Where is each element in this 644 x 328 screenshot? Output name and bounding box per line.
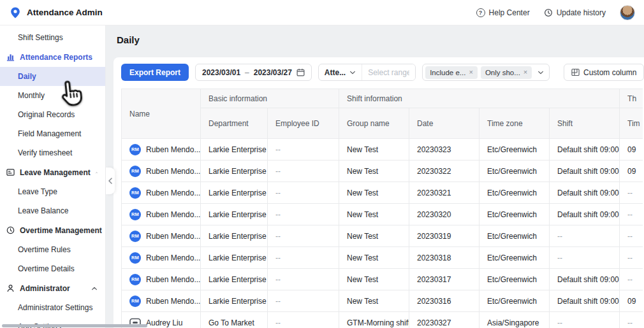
- table-row[interactable]: RMRuben Mendo... Larkie Enterprise -- Ne…: [122, 182, 643, 204]
- filter-chip-include[interactable]: Include e... ×: [425, 66, 478, 79]
- sidebar-item-leave-type[interactable]: Leave Type: [0, 182, 105, 201]
- cell-employee-id: --: [268, 139, 339, 160]
- cell-shift: Default shift 09:00...: [550, 290, 620, 312]
- employee-name: Ruben Mendo...: [146, 167, 200, 176]
- cell-employee-id: --: [268, 182, 339, 204]
- calendar-icon: [296, 68, 305, 76]
- custom-column-label: Custom column: [583, 68, 636, 77]
- sidebar-section-overtime-management[interactable]: Overtime Management: [0, 220, 105, 240]
- cell-date: 20230316: [409, 290, 479, 312]
- attendance-filter-select[interactable]: Atte...: [319, 64, 362, 80]
- cell-shift: Default shift 09:00...: [550, 139, 620, 160]
- sidebar-item-overtime-rules[interactable]: Overtime Rules: [0, 240, 105, 259]
- cell-department: Larkie Enterprise: [201, 269, 268, 290]
- help-center-button[interactable]: ? Help Center: [476, 8, 530, 17]
- app-title: Attendance Admin: [27, 8, 103, 17]
- close-icon[interactable]: ×: [469, 69, 472, 76]
- cell-employee-id: --: [268, 160, 339, 182]
- avatar: RM: [129, 166, 141, 177]
- table-row[interactable]: RMRuben Mendo... Larkie Enterprise -- Ne…: [122, 225, 643, 247]
- cell-department: Go To Market: [201, 312, 268, 328]
- sidebar-section-label: Administrator: [20, 284, 70, 293]
- sidebar-item-leave-balance[interactable]: Leave Balance: [0, 201, 105, 220]
- cell-group-name: New Test: [339, 160, 409, 182]
- sidebar-item-daily[interactable]: Daily: [0, 67, 105, 86]
- end-date: 2023/03/27: [254, 68, 292, 77]
- cell-time: 09: [620, 139, 643, 160]
- sidebar-item-administrator-settings[interactable]: Administrator Settings: [0, 298, 105, 317]
- date-range-picker[interactable]: 2023/03/01 – 2023/03/27: [195, 64, 312, 81]
- cell-time-zone: Etc/Greenwich: [479, 225, 550, 247]
- avatar: RM: [129, 274, 141, 285]
- sidebar-item-verify-timesheet[interactable]: Verify timesheet: [0, 143, 105, 162]
- employee-name: Audrey Liu: [146, 318, 182, 327]
- leave-card-icon: [6, 168, 15, 176]
- table-row[interactable]: RMRuben Mendo... Larkie Enterprise -- Ne…: [122, 269, 643, 290]
- sidebar-item-overtime-details[interactable]: Overtime Details: [0, 259, 105, 278]
- chip-label: Only sho...: [485, 69, 520, 76]
- table-row[interactable]: RMRuben Mendo... Larkie Enterprise -- Ne…: [122, 204, 643, 225]
- cell-shift: Default shift 09:00...: [550, 160, 620, 182]
- column-header-date: Date: [409, 108, 479, 139]
- sidebar-item-shift-settings[interactable]: Shift Settings: [0, 28, 105, 47]
- cell-time: --: [620, 225, 643, 247]
- cell-time-zone: Asia/Singapore: [479, 312, 550, 328]
- employee-name: Ruben Mendo...: [146, 275, 200, 284]
- cell-time-zone: Etc/Greenwich: [479, 160, 550, 182]
- user-avatar[interactable]: [620, 5, 635, 20]
- cell-date: 20230320: [409, 204, 479, 225]
- column-header-shift: Shift: [550, 108, 620, 139]
- avatar: RM: [129, 144, 141, 155]
- avatar: RM: [129, 187, 141, 199]
- filter-chip-only-show[interactable]: Only sho... ×: [481, 66, 532, 79]
- employee-name: Ruben Mendo...: [146, 297, 200, 306]
- employee-name: Ruben Mendo...: [146, 210, 200, 219]
- cell-shift: Default shift 09:00...: [550, 204, 620, 225]
- cell-employee-id: --: [268, 247, 339, 269]
- top-bar: Attendance Admin ? Help Center Update hi…: [0, 0, 644, 25]
- filter-chips-group[interactable]: Include e... × Only sho... ×: [422, 64, 550, 81]
- table-row[interactable]: RMRuben Mendo... Larkie Enterprise -- Ne…: [122, 247, 643, 269]
- cell-time-zone: Etc/Greenwich: [479, 290, 550, 312]
- sidebar-section-attendance-reports[interactable]: Attendance Reports: [0, 47, 105, 67]
- cell-group-name: New Test: [339, 139, 409, 160]
- cell-date: 20230321: [409, 182, 479, 204]
- cell-shift: Default shift 09:00...: [550, 182, 620, 204]
- cell-department: Larkie Enterprise: [201, 247, 268, 269]
- close-icon[interactable]: ×: [523, 69, 527, 76]
- table-row[interactable]: RMRuben Mendo... Larkie Enterprise -- Ne…: [122, 160, 643, 182]
- column-header-name: Name: [122, 89, 201, 139]
- update-history-label: Update history: [557, 8, 606, 17]
- cell-date: 20230327: [409, 312, 479, 328]
- bar-chart-icon: [6, 53, 15, 61]
- select-range-input[interactable]: [362, 64, 415, 80]
- cell-time: --: [620, 269, 643, 290]
- attendance-table: Name Basic information Shift information…: [121, 89, 643, 328]
- horizontal-scrollbar-thumb[interactable]: [2, 324, 147, 327]
- sidebar: Shift Settings Attendance Reports Daily …: [0, 25, 106, 328]
- sidebar-item-field-management[interactable]: Field Management: [0, 124, 105, 143]
- cell-time-zone: Etc/Greenwich: [479, 139, 550, 160]
- table-row[interactable]: RMRuben Mendo... Larkie Enterprise -- Ne…: [122, 139, 643, 160]
- export-report-button[interactable]: Export Report: [121, 64, 189, 81]
- table-row[interactable]: Audrey Liu Go To Market -- GTM-Morning s…: [122, 312, 643, 328]
- cell-time-zone: Etc/Greenwich: [479, 269, 550, 290]
- sidebar-item-monthly[interactable]: Monthly: [0, 86, 105, 105]
- sidebar-collapse-handle[interactable]: [106, 168, 115, 194]
- cell-group-name: New Test: [339, 269, 409, 290]
- sidebar-section-administrator[interactable]: Administrator: [0, 278, 105, 298]
- update-history-button[interactable]: Update history: [544, 8, 606, 17]
- table-row[interactable]: RMRuben Mendo... Larkie Enterprise -- Ne…: [122, 290, 643, 312]
- content-card: Export Report 2023/03/01 – 2023/03/27 At…: [113, 57, 644, 328]
- employee-name: Ruben Mendo...: [146, 189, 200, 197]
- avatar: RM: [129, 209, 141, 220]
- toolbar: Export Report 2023/03/01 – 2023/03/27 At…: [113, 57, 644, 85]
- custom-column-button[interactable]: Custom column: [564, 64, 644, 81]
- cell-group-name: New Test: [339, 225, 409, 247]
- cell-date: 20230318: [409, 247, 479, 269]
- cell-shift: Default shift 09:00...: [550, 269, 620, 290]
- cell-date: 20230317: [409, 269, 479, 290]
- sidebar-section-leave-management[interactable]: Leave Management: [0, 162, 105, 182]
- sidebar-item-original-records[interactable]: Original Records: [0, 105, 105, 124]
- start-date: 2023/03/01: [202, 68, 240, 77]
